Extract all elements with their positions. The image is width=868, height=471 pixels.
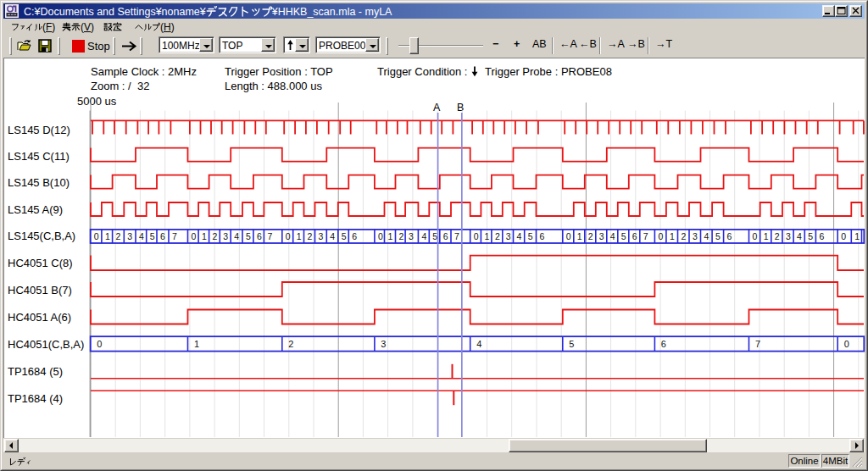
svg-text:0: 0 xyxy=(841,231,846,241)
svg-text:2: 2 xyxy=(398,231,403,241)
svg-text:2: 2 xyxy=(588,231,593,241)
svg-text:7: 7 xyxy=(755,339,760,349)
svg-text:6: 6 xyxy=(352,231,357,241)
svg-text:5: 5 xyxy=(715,231,721,241)
svg-text:7: 7 xyxy=(454,231,459,241)
svg-text:1: 1 xyxy=(297,231,302,241)
svg-text:4: 4 xyxy=(139,231,144,241)
svg-text:2: 2 xyxy=(307,231,312,241)
svg-text:4: 4 xyxy=(797,231,802,241)
svg-text:1: 1 xyxy=(854,231,860,241)
svg-text:6: 6 xyxy=(632,231,637,241)
svg-text:6: 6 xyxy=(539,231,544,241)
svg-text:0: 0 xyxy=(566,231,571,241)
svg-text:5: 5 xyxy=(621,231,626,241)
svg-text:0: 0 xyxy=(844,339,849,349)
svg-text:4: 4 xyxy=(476,339,481,349)
svg-text:5: 5 xyxy=(246,231,251,241)
svg-text:5: 5 xyxy=(528,231,533,241)
svg-text:2: 2 xyxy=(495,231,500,241)
svg-text:0: 0 xyxy=(191,231,196,241)
svg-text:2: 2 xyxy=(775,231,780,241)
svg-text:0: 0 xyxy=(752,231,757,241)
svg-text:7: 7 xyxy=(643,231,648,241)
svg-text:1: 1 xyxy=(577,231,582,241)
svg-text:5: 5 xyxy=(342,231,347,241)
svg-text:4: 4 xyxy=(421,231,426,241)
svg-text:3: 3 xyxy=(223,231,228,241)
svg-text:6: 6 xyxy=(661,339,666,349)
svg-text:5: 5 xyxy=(432,231,437,241)
svg-text:6: 6 xyxy=(727,231,732,241)
svg-text:5: 5 xyxy=(150,231,155,241)
svg-text:3: 3 xyxy=(409,231,414,241)
svg-text:1: 1 xyxy=(764,231,769,241)
svg-text:7: 7 xyxy=(267,231,272,241)
svg-text:3: 3 xyxy=(127,231,132,241)
svg-text:6: 6 xyxy=(819,231,824,241)
svg-text:0: 0 xyxy=(94,231,99,241)
svg-text:4: 4 xyxy=(234,231,239,241)
svg-text:1: 1 xyxy=(484,231,489,241)
svg-text:6: 6 xyxy=(160,231,165,241)
svg-text:1: 1 xyxy=(105,231,110,241)
svg-text:1: 1 xyxy=(387,231,392,241)
svg-text:0: 0 xyxy=(658,231,663,241)
svg-text:3: 3 xyxy=(318,231,323,241)
svg-text:3: 3 xyxy=(786,231,791,241)
svg-text:3: 3 xyxy=(506,231,511,241)
svg-text:5: 5 xyxy=(808,231,813,241)
svg-text:2: 2 xyxy=(116,231,121,241)
svg-text:5: 5 xyxy=(569,339,574,349)
svg-text:3: 3 xyxy=(381,339,386,349)
svg-text:0: 0 xyxy=(378,231,383,241)
svg-text:3: 3 xyxy=(693,231,698,241)
svg-text:1: 1 xyxy=(202,231,207,241)
svg-text:6: 6 xyxy=(257,231,262,241)
svg-text:0: 0 xyxy=(286,231,291,241)
svg-text:4: 4 xyxy=(610,231,615,241)
svg-text:4: 4 xyxy=(330,231,335,241)
svg-text:1: 1 xyxy=(670,231,675,241)
svg-text:1: 1 xyxy=(194,339,199,349)
svg-text:0: 0 xyxy=(474,231,479,241)
svg-text:3: 3 xyxy=(599,231,604,241)
svg-text:4: 4 xyxy=(516,231,521,241)
svg-text:4: 4 xyxy=(704,231,709,241)
svg-text:6: 6 xyxy=(443,231,448,241)
svg-text:0: 0 xyxy=(97,339,102,349)
svg-text:2: 2 xyxy=(681,231,686,241)
svg-text:7: 7 xyxy=(172,231,177,241)
svg-text:2: 2 xyxy=(213,231,218,241)
svg-text:2: 2 xyxy=(288,339,293,349)
